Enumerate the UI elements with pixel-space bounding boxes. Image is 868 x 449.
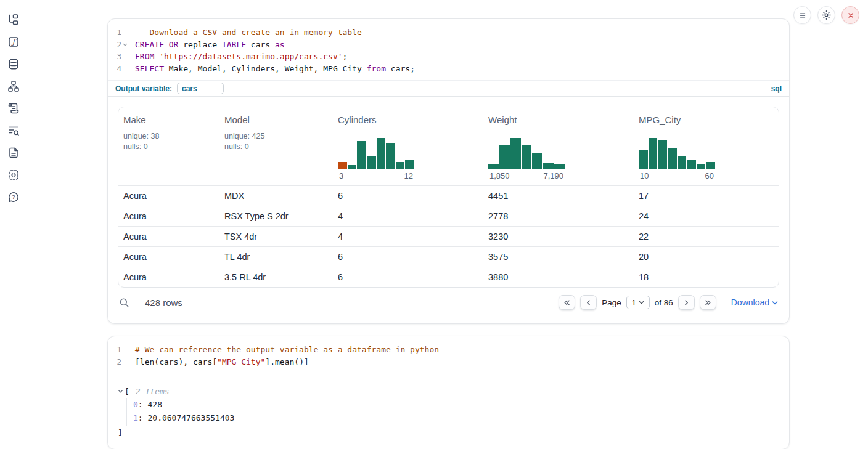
download-label: Download bbox=[731, 297, 769, 307]
column-histogram[interactable] bbox=[639, 137, 715, 169]
menu-icon[interactable] bbox=[793, 6, 811, 24]
logs-icon[interactable] bbox=[7, 102, 20, 115]
column-name[interactable]: MPG_City bbox=[639, 115, 774, 125]
code-line: 1# We can reference the output variable … bbox=[108, 344, 789, 356]
table-cell: 20 bbox=[634, 252, 779, 262]
column-name[interactable]: Model bbox=[224, 115, 328, 125]
page-number-select[interactable]: 1 bbox=[626, 296, 650, 309]
last-page-button[interactable] bbox=[700, 295, 716, 310]
snippets-icon[interactable] bbox=[7, 169, 20, 181]
table-body: AcuraMDX6445117AcuraRSX Type S 2dr427782… bbox=[118, 185, 779, 287]
table-cell: Acura bbox=[118, 191, 219, 201]
table-row[interactable]: AcuraTSX 4dr4323022 bbox=[118, 226, 779, 246]
tree-collapse-icon[interactable] bbox=[118, 389, 125, 394]
table-row[interactable]: AcuraMDX6445117 bbox=[118, 185, 779, 206]
shutdown-close-icon[interactable] bbox=[841, 6, 859, 24]
fold-chevron-icon[interactable] bbox=[121, 39, 129, 51]
column-histogram[interactable] bbox=[338, 137, 414, 169]
svg-text:?: ? bbox=[12, 193, 15, 200]
histogram-bar bbox=[543, 163, 554, 169]
items-count-label: 2 Items bbox=[136, 387, 170, 396]
dependencies-icon[interactable] bbox=[7, 80, 20, 92]
code-line: 2[len(cars), cars["MPG_City"].mean()] bbox=[108, 356, 789, 368]
histogram-bar bbox=[678, 156, 687, 169]
sql-cell-footer: Output variable: sql bbox=[108, 80, 789, 97]
datasources-icon[interactable] bbox=[7, 58, 20, 70]
sql-cell-output: Makeunique: 38nulls: 0Modelunique: 425nu… bbox=[108, 97, 789, 323]
chevron-down-icon bbox=[772, 300, 778, 305]
language-badge: sql bbox=[771, 84, 782, 93]
code-token: as bbox=[275, 40, 285, 49]
sql-code-editor[interactable]: 1-- Download a CSV and create an in-memo… bbox=[108, 19, 789, 80]
code-text[interactable]: CREATE OR replace TABLE cars as bbox=[129, 39, 789, 51]
code-text[interactable]: SELECT Make, Model, Cylinders, Weight, M… bbox=[129, 63, 789, 75]
python-code-editor[interactable]: 1# We can reference the output variable … bbox=[108, 336, 789, 373]
outline-search-icon[interactable] bbox=[7, 124, 20, 137]
code-token: [len(cars), cars[ bbox=[135, 357, 217, 366]
histogram-bar bbox=[658, 140, 667, 169]
table-cell: 2778 bbox=[483, 211, 634, 221]
code-token: ; bbox=[343, 52, 348, 61]
histogram-bar bbox=[396, 162, 405, 169]
histogram-bar bbox=[554, 164, 565, 169]
scratchpad-icon[interactable] bbox=[7, 147, 20, 159]
histogram-bar bbox=[386, 143, 395, 169]
column-name[interactable]: Make bbox=[123, 115, 215, 125]
code-token: FROM bbox=[135, 52, 154, 61]
tree-entry[interactable]: 1: 20.060747663551403 bbox=[133, 411, 779, 426]
file-tree-icon[interactable] bbox=[7, 14, 20, 26]
code-text[interactable]: FROM 'https://datasets.marimo.app/cars.c… bbox=[129, 51, 789, 63]
previous-page-button[interactable] bbox=[580, 295, 597, 310]
column-header: MPG_City1060 bbox=[634, 107, 779, 185]
column-name[interactable]: Weight bbox=[488, 115, 629, 125]
code-text[interactable]: [len(cars), cars["MPG_City"].mean()] bbox=[129, 356, 789, 368]
next-page-button[interactable] bbox=[678, 295, 695, 310]
tree-entry[interactable]: 0: 428 bbox=[133, 398, 779, 412]
chevron-down-icon bbox=[639, 300, 644, 305]
settings-gear-icon[interactable] bbox=[817, 6, 835, 24]
code-line: 1-- Download a CSV and create an in-memo… bbox=[108, 26, 789, 39]
table-row[interactable]: Acura3.5 RL 4dr6388018 bbox=[118, 267, 779, 287]
column-histogram[interactable] bbox=[488, 137, 565, 169]
output-variable-input[interactable] bbox=[177, 83, 224, 94]
code-token: -- Download a CSV and create an in-memor… bbox=[135, 28, 362, 37]
variables-icon[interactable]: ƒ bbox=[7, 36, 20, 48]
table-cell: Acura bbox=[118, 232, 219, 241]
code-token: replace bbox=[178, 40, 221, 49]
table-cell: 4 bbox=[333, 232, 483, 241]
search-icon[interactable] bbox=[119, 296, 131, 309]
table-footer: 428 rows Page 1 of 86 bbox=[118, 291, 779, 313]
code-token: Make, Model, Cylinders, Weight, MPG_City bbox=[164, 64, 367, 73]
code-text[interactable]: -- Download a CSV and create an in-memor… bbox=[129, 26, 789, 39]
fold-gutter bbox=[121, 356, 129, 368]
histogram-bar bbox=[697, 164, 706, 169]
table-cell: 24 bbox=[634, 211, 779, 221]
histogram-bar bbox=[488, 164, 499, 169]
column-name[interactable]: Cylinders bbox=[338, 115, 478, 125]
svg-text:ƒ: ƒ bbox=[11, 38, 17, 46]
histogram-bar bbox=[687, 160, 696, 169]
table-cell: 6 bbox=[333, 272, 483, 282]
histogram-bar bbox=[522, 145, 532, 169]
histogram-bar bbox=[348, 165, 357, 169]
download-button[interactable]: Download bbox=[731, 297, 778, 307]
code-text[interactable]: # We can reference the output variable a… bbox=[129, 344, 789, 356]
tree-entry-value: 428 bbox=[147, 400, 162, 409]
code-token bbox=[164, 40, 169, 49]
tree-entry-key: 0 bbox=[133, 400, 138, 409]
line-number: 1 bbox=[108, 26, 121, 39]
histogram-bar bbox=[405, 160, 414, 169]
help-icon[interactable]: ? bbox=[7, 191, 20, 203]
code-line: 3FROM 'https://datasets.marimo.app/cars.… bbox=[108, 51, 789, 63]
table-cell: Acura bbox=[118, 272, 219, 282]
histogram-bar bbox=[668, 148, 677, 169]
table-row[interactable]: AcuraRSX Type S 2dr4277824 bbox=[118, 206, 779, 226]
axis-max-label: 60 bbox=[705, 171, 714, 180]
table-cell: RSX Type S 2dr bbox=[219, 211, 333, 221]
histogram-axis-labels: 312 bbox=[338, 171, 414, 180]
table-row[interactable]: AcuraTL 4dr6357520 bbox=[118, 246, 779, 267]
code-line: 4SELECT Make, Model, Cylinders, Weight, … bbox=[108, 63, 789, 75]
code-token: 'https://datasets.marimo.app/cars.csv' bbox=[159, 52, 342, 61]
pagination: Page 1 of 86 Download bbox=[559, 295, 778, 310]
first-page-button[interactable] bbox=[559, 295, 575, 310]
